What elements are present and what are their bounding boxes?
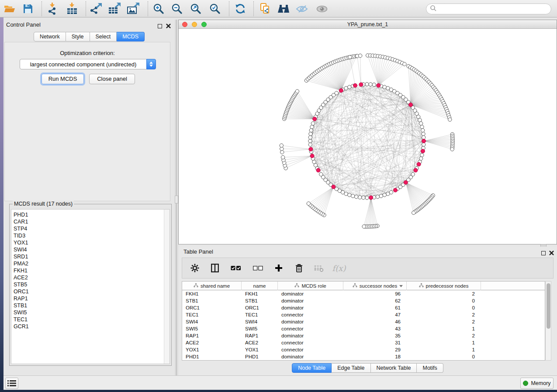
column-header-name[interactable]: name — [242, 282, 278, 290]
mcds-hub-node[interactable] — [422, 139, 426, 143]
network-node[interactable] — [383, 193, 386, 196]
table-row[interactable]: STB1STB1dominator620 — [182, 297, 545, 304]
network-node[interactable] — [369, 83, 372, 86]
network-node[interactable] — [383, 85, 386, 89]
network-node[interactable] — [372, 83, 376, 86]
table-row[interactable]: SWI4SWI4dominator462 — [182, 318, 545, 325]
table-row[interactable]: SWI5SWI5connector431 — [182, 325, 545, 332]
network-leaf-node[interactable] — [448, 118, 452, 121]
network-node[interactable] — [420, 125, 424, 129]
tab-style[interactable]: Style — [66, 32, 90, 41]
table-row[interactable]: RAP1RAP1dominator352 — [182, 332, 545, 339]
mcds-result-item[interactable]: STB1 — [14, 302, 29, 309]
table-row[interactable]: TEC1TEC1connector472 — [182, 311, 545, 318]
tab-mcds[interactable]: MCDS — [117, 32, 145, 41]
save-session-icon[interactable] — [21, 2, 35, 16]
mcds-hub-node[interactable] — [417, 162, 421, 166]
network-node[interactable] — [420, 153, 424, 157]
import-network-icon[interactable] — [45, 2, 59, 16]
network-leaf-node[interactable] — [362, 225, 366, 228]
mcds-hub-node[interactable] — [421, 149, 425, 153]
network-node[interactable] — [344, 86, 348, 90]
mcds-result-item[interactable]: SWI5 — [14, 309, 29, 316]
network-node[interactable] — [312, 160, 316, 164]
network-node[interactable] — [335, 91, 338, 95]
mcds-result-item[interactable]: RAP1 — [14, 295, 29, 302]
network-leaf-node[interactable] — [280, 150, 284, 154]
zoom-out-icon[interactable] — [170, 2, 184, 16]
mcds-result-item[interactable]: PMA2 — [14, 260, 29, 267]
mcds-result-item[interactable]: CAR1 — [14, 218, 29, 225]
mcds-hub-node[interactable] — [332, 185, 336, 189]
network-node[interactable] — [419, 122, 422, 125]
deselect-all-icon[interactable] — [251, 262, 264, 274]
close-table-panel-icon[interactable] — [549, 249, 554, 257]
panel-splitter[interactable] — [175, 20, 178, 375]
zoom-fit-icon[interactable] — [189, 2, 203, 16]
network-leaf-node[interactable] — [295, 89, 299, 93]
export-image-icon[interactable] — [126, 2, 140, 16]
table-row[interactable]: ACE2ACE2connector311 — [182, 339, 545, 346]
network-node[interactable] — [376, 195, 379, 199]
mcds-hub-node[interactable] — [404, 180, 408, 184]
mcds-result-item[interactable]: STB5 — [14, 281, 29, 288]
network-node[interactable] — [419, 157, 422, 160]
table-row[interactable]: YOX1YOX1connector291 — [182, 346, 545, 353]
open-file-icon[interactable] — [3, 2, 17, 16]
network-leaf-node[interactable] — [358, 54, 362, 57]
select-all-icon[interactable] — [229, 262, 242, 274]
network-node[interactable] — [386, 192, 390, 196]
binoculars-icon[interactable] — [277, 2, 291, 16]
network-node[interactable] — [319, 172, 323, 176]
network-node[interactable] — [422, 143, 426, 146]
network-node[interactable] — [365, 196, 369, 199]
mcds-result-list[interactable]: PHD1CAR1STP4TID3YOX1SWI4SRD1PMA2FKH1ACE2… — [11, 209, 170, 364]
mcds-hub-node[interactable] — [377, 83, 381, 87]
network-node[interactable] — [348, 193, 351, 196]
network-leaf-node[interactable] — [348, 55, 352, 59]
table-settings-gear-icon[interactable] — [189, 262, 201, 274]
network-node[interactable] — [308, 136, 312, 139]
task-history-button[interactable] — [5, 378, 18, 389]
export-network-icon[interactable] — [89, 2, 103, 16]
mcds-hub-node[interactable] — [313, 117, 317, 121]
float-table-panel-icon[interactable] — [541, 249, 546, 257]
mcds-result-item[interactable]: PHD1 — [14, 211, 29, 218]
mcds-hub-node[interactable] — [359, 83, 363, 86]
network-leaf-node[interactable] — [280, 144, 283, 147]
mcds-hub-node[interactable] — [414, 168, 418, 172]
add-column-icon[interactable] — [273, 262, 284, 274]
network-leaf-node[interactable] — [307, 202, 310, 205]
mcds-hub-node[interactable] — [409, 103, 413, 107]
search-input[interactable] — [437, 6, 551, 12]
mcds-list-scrollbar[interactable] — [164, 210, 170, 364]
refresh-icon[interactable] — [233, 2, 247, 16]
mcds-hub-node[interactable] — [310, 154, 314, 158]
float-window-icon[interactable] — [158, 22, 162, 30]
table-row[interactable]: PHD1PHD1dominator180 — [182, 353, 545, 360]
mcds-result-item[interactable]: SWI4 — [14, 246, 29, 253]
tab-edge-table[interactable]: Edge Table — [332, 363, 370, 373]
network-canvas[interactable] — [179, 29, 557, 244]
filter-caret-icon[interactable] — [399, 285, 403, 287]
mcds-result-item[interactable]: TID3 — [14, 232, 29, 239]
mcds-hub-node[interactable] — [309, 147, 313, 151]
export-table-icon[interactable] — [107, 2, 121, 16]
network-node[interactable] — [379, 194, 383, 198]
network-node[interactable] — [308, 143, 312, 146]
network-node[interactable] — [422, 136, 426, 139]
table-row[interactable]: FKH1FKH1dominator962 — [182, 290, 545, 297]
close-panel-button[interactable]: Close panel — [89, 74, 135, 84]
network-node[interactable] — [310, 125, 314, 129]
tab-node-table[interactable]: Node Table — [292, 363, 332, 373]
tab-motifs[interactable]: Motifs — [417, 363, 443, 373]
column-panel-icon[interactable] — [209, 262, 221, 274]
table-row[interactable]: ORC1ORC1dominator610 — [182, 304, 545, 311]
splitter-grip[interactable] — [175, 196, 178, 203]
close-panel-icon[interactable] — [166, 22, 171, 30]
tab-network-table[interactable]: Network Table — [371, 363, 417, 373]
table-scrollbar-thumb[interactable] — [547, 283, 550, 329]
network-node[interactable] — [421, 128, 425, 132]
hide-selected-eye-icon[interactable] — [295, 2, 309, 16]
network-node[interactable] — [308, 139, 312, 143]
